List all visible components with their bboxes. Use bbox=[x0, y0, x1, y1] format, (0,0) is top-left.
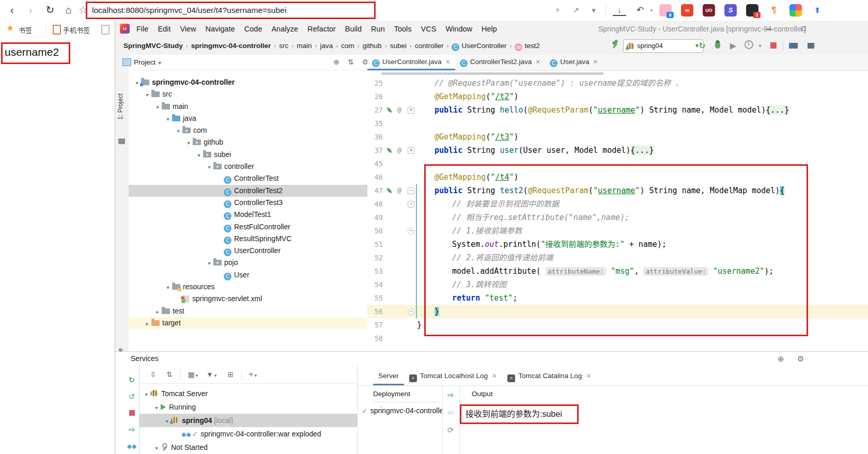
breadcrumb-item[interactable]: mtest2 bbox=[515, 42, 539, 50]
run-anything-icon[interactable] bbox=[804, 40, 817, 52]
deploy-icon[interactable]: ⇨ bbox=[127, 425, 137, 435]
close-icon[interactable]: ✕ bbox=[492, 372, 497, 380]
expand-all-icon[interactable]: ⇳ bbox=[146, 369, 160, 380]
breadcrumb-item[interactable]: github bbox=[363, 42, 382, 50]
code-line[interactable]: 25// @RequestParam("username") : usernam… bbox=[367, 76, 868, 90]
tree-item[interactable]: ▸target bbox=[129, 317, 367, 329]
stripe-project-button[interactable]: 1: Project bbox=[117, 93, 124, 120]
chevron-down-icon[interactable]: ▾ bbox=[143, 89, 151, 101]
menu-vcs[interactable]: VCS bbox=[416, 21, 441, 37]
tree-item[interactable]: ▾java bbox=[129, 113, 367, 124]
menu-file[interactable]: File bbox=[132, 21, 153, 37]
deploy-arrow-icon[interactable]: ⇨ bbox=[445, 390, 456, 400]
menu-edit[interactable]: Edit bbox=[153, 21, 175, 37]
chevron-right-icon[interactable]: ▸ bbox=[153, 306, 162, 318]
tree-item[interactable]: ▾main bbox=[129, 101, 367, 113]
services-tree-item[interactable]: ▾spring04 [local] bbox=[139, 414, 357, 427]
code-line[interactable]: 58 bbox=[367, 332, 868, 345]
maximize-button[interactable]: □ bbox=[793, 21, 814, 36]
tree-item[interactable]: ▾springmvc-04-controller bbox=[129, 76, 367, 88]
swirl-extension-icon[interactable]: S bbox=[724, 4, 737, 17]
tree-item[interactable]: ▾src bbox=[129, 88, 367, 100]
chevron-down-icon[interactable]: ▾ bbox=[195, 149, 203, 161]
artifacts-icon[interactable]: ◆◆ bbox=[127, 441, 137, 451]
fold-marker-icon[interactable]: + bbox=[408, 147, 414, 154]
code-line[interactable]: 55return "test"; bbox=[367, 291, 868, 305]
server-tab[interactable]: >Tomcat Catalina Log✕ bbox=[502, 368, 596, 384]
close-icon[interactable]: ✕ bbox=[586, 372, 591, 380]
stop-server-icon[interactable] bbox=[127, 408, 137, 418]
locate-file-icon[interactable]: ⊕ bbox=[330, 55, 343, 70]
code-line[interactable]: 49// 相当于req.setAttribute("name",name); bbox=[367, 211, 868, 224]
chevron-down-icon[interactable]: ▾ bbox=[184, 137, 193, 149]
download-icon[interactable]: ↓ bbox=[613, 5, 626, 16]
bookmark-item[interactable]: 手机书签 bbox=[63, 25, 90, 35]
chevron-down-icon[interactable]: ▾ bbox=[152, 401, 161, 415]
menu-refactor[interactable]: Refactor bbox=[303, 21, 340, 37]
infinity-extension-icon[interactable]: ∞ bbox=[681, 4, 693, 17]
breadcrumb-item[interactable]: com bbox=[341, 42, 354, 50]
tree-item[interactable]: CUserController bbox=[129, 245, 367, 257]
undo-caret-icon[interactable]: ▾ bbox=[645, 4, 658, 17]
menu-code[interactable]: Code bbox=[240, 21, 267, 37]
editor-tab[interactable]: CUser.java✕ bbox=[545, 55, 602, 69]
cat-extension-icon[interactable]: 8 bbox=[659, 4, 672, 17]
breadcrumb-item[interactable]: src bbox=[279, 42, 288, 50]
code-line[interactable]: 48−// 封装要显示到视图中的数据 bbox=[367, 197, 868, 211]
group-by-icon[interactable]: ▦▼ bbox=[187, 369, 200, 380]
add-frame-icon[interactable]: ⊞ bbox=[224, 369, 237, 380]
menu-run[interactable]: Run bbox=[366, 21, 390, 37]
breadcrumb-item[interactable]: springmvc-04-controller bbox=[191, 42, 271, 50]
menu-help[interactable]: Help bbox=[477, 21, 502, 37]
tree-item[interactable]: ▾subei bbox=[129, 149, 367, 161]
rerun-server-icon[interactable]: ↻ bbox=[127, 375, 137, 385]
breadcrumb-item[interactable]: controller bbox=[415, 42, 444, 50]
breadcrumb-item[interactable]: CUserController bbox=[452, 42, 506, 50]
tree-item[interactable]: ▾resources bbox=[129, 281, 367, 293]
services-tree-item[interactable]: ▾Tomcat Server bbox=[139, 387, 357, 400]
stop-icon[interactable] bbox=[767, 40, 780, 52]
coverage-icon[interactable]: ▶ bbox=[727, 40, 739, 52]
folder-placeholder-icon[interactable] bbox=[101, 25, 110, 35]
fold-marker-icon[interactable]: − bbox=[408, 187, 414, 194]
shield-extension-icon[interactable]: UO bbox=[703, 4, 715, 17]
code-line[interactable]: 52// 2.将返回的值传递给前端 bbox=[367, 251, 868, 264]
chevron-down-icon[interactable]: ▾ bbox=[153, 101, 162, 113]
chevron-down-icon[interactable]: ▾ bbox=[174, 125, 182, 137]
code-line[interactable]: 54// 3.跳转视图 bbox=[367, 278, 868, 291]
rerun-icon[interactable]: ↻ bbox=[696, 40, 708, 52]
code-line[interactable]: 56−} bbox=[367, 305, 868, 318]
tree-item[interactable]: springmvc-servlet.xml bbox=[129, 293, 367, 305]
lightning-icon[interactable]: ⚡ bbox=[551, 4, 564, 17]
dark-extension-icon[interactable]: 3 bbox=[746, 4, 758, 17]
code-line[interactable]: 51System.out.println("接收到前端的参数为:" + name… bbox=[367, 238, 868, 251]
forward-icon[interactable]: › bbox=[23, 2, 38, 18]
server-tab[interactable]: Server bbox=[373, 368, 404, 385]
chevron-down-icon[interactable]: ▾ bbox=[205, 257, 213, 269]
tree-item[interactable]: ▾com bbox=[129, 124, 367, 136]
chevron-down-icon[interactable]: ▾ bbox=[164, 113, 172, 125]
code-line[interactable]: 26@GetMapping("/t2") bbox=[367, 90, 868, 103]
close-icon[interactable]: ✕ bbox=[593, 58, 598, 66]
tree-item[interactable]: CControllerTest bbox=[129, 173, 367, 184]
code-line[interactable]: 57} bbox=[367, 318, 868, 332]
deployment-item[interactable]: ✓springmvc-04-controller:war exploded bbox=[362, 406, 442, 415]
editor-scrollbar[interactable] bbox=[381, 72, 603, 75]
editor-tab[interactable]: CControllerTest2.java✕ bbox=[455, 55, 545, 69]
debug-bug-icon[interactable] bbox=[711, 40, 724, 52]
home-icon[interactable]: ⌂ bbox=[61, 2, 76, 18]
chevron-down-icon[interactable]: ▾ bbox=[164, 281, 172, 293]
collapse-all-icon[interactable]: ⇅ bbox=[163, 369, 176, 380]
breadcrumb-item[interactable]: java bbox=[320, 42, 333, 50]
collapse-all-icon[interactable]: ⇅ bbox=[345, 55, 357, 70]
tree-item[interactable]: CModelTest1 bbox=[129, 209, 367, 221]
code-line[interactable]: 35 bbox=[367, 117, 868, 130]
paragraph-extension-icon[interactable]: ¶ bbox=[768, 4, 780, 17]
services-tree-item[interactable]: ◆◆✓springmvc-04-controller:war exploded bbox=[139, 427, 357, 441]
code-line[interactable]: 45 bbox=[367, 157, 868, 170]
tree-item[interactable]: CRestFulController bbox=[129, 221, 367, 233]
services-tree-item[interactable]: ▾Not Started bbox=[139, 441, 357, 454]
fold-marker-icon[interactable]: − bbox=[408, 308, 414, 315]
editor-tab[interactable]: CUserController.java✕ bbox=[367, 55, 455, 70]
close-icon[interactable]: ✕ bbox=[445, 58, 451, 66]
